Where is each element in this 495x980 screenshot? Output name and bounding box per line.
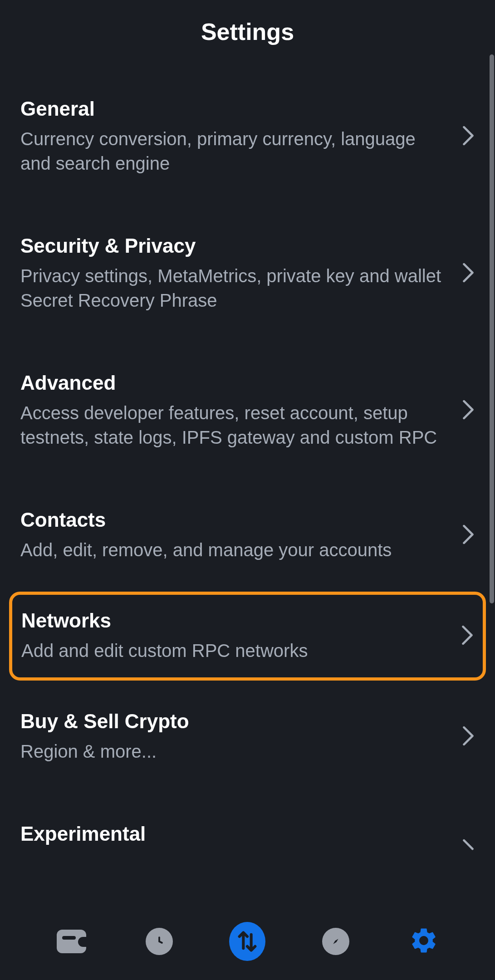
settings-item-title: Networks	[21, 609, 447, 632]
settings-item-desc: Currency conversion, primary currency, l…	[20, 127, 448, 176]
chevron-right-icon	[462, 524, 475, 546]
settings-item-text: Contacts Add, edit, remove, and manage y…	[20, 509, 462, 562]
settings-item-desc: Privacy settings, MetaMetrics, private k…	[20, 264, 448, 313]
page-header: Settings	[0, 0, 495, 77]
settings-item-title: General	[20, 98, 448, 120]
chevron-right-icon	[462, 400, 475, 421]
chevron-right-icon	[462, 726, 475, 748]
settings-item-networks[interactable]: Networks Add and edit custom RPC network…	[9, 592, 486, 681]
settings-item-contacts[interactable]: Contacts Add, edit, remove, and manage y…	[11, 488, 484, 583]
swap-icon	[229, 922, 265, 961]
settings-item-text: Networks Add and edit custom RPC network…	[21, 609, 461, 663]
nav-swap[interactable]	[229, 923, 265, 960]
settings-list: General Currency conversion, primary cur…	[0, 77, 495, 856]
bottom-nav	[0, 903, 495, 980]
nav-activity[interactable]	[141, 923, 177, 960]
nav-browser[interactable]	[318, 923, 354, 960]
settings-item-security-privacy[interactable]: Security & Privacy Privacy settings, Met…	[11, 214, 484, 333]
chevron-right-icon	[462, 263, 475, 284]
settings-item-text: Advanced Access developer features, rese…	[20, 372, 462, 450]
page-title: Settings	[0, 18, 495, 45]
nav-settings[interactable]	[406, 923, 442, 960]
settings-item-advanced[interactable]: Advanced Access developer features, rese…	[11, 351, 484, 470]
settings-item-desc: Add and edit custom RPC networks	[21, 638, 447, 663]
settings-item-text: Security & Privacy Privacy settings, Met…	[20, 235, 462, 313]
settings-item-title: Buy & Sell Crypto	[20, 710, 448, 733]
chevron-right-icon	[461, 625, 474, 647]
settings-item-general[interactable]: General Currency conversion, primary cur…	[11, 77, 484, 196]
svg-marker-0	[333, 939, 338, 944]
wallet-icon	[57, 930, 86, 953]
settings-item-desc: Add, edit, remove, and manage your accou…	[20, 538, 448, 562]
settings-item-title: Experimental	[20, 823, 448, 845]
settings-item-text: General Currency conversion, primary cur…	[20, 98, 462, 176]
compass-icon	[322, 928, 349, 955]
settings-item-experimental[interactable]: Experimental	[11, 802, 484, 856]
settings-item-desc: Access developer features, reset account…	[20, 401, 448, 450]
settings-item-text: Experimental	[20, 823, 462, 852]
settings-item-title: Contacts	[20, 509, 448, 531]
gear-icon	[409, 926, 439, 957]
settings-item-buy-sell-crypto[interactable]: Buy & Sell Crypto Region & more...	[11, 690, 484, 784]
clock-icon	[146, 928, 173, 955]
scrollbar[interactable]	[490, 54, 494, 603]
chevron-right-icon	[462, 839, 475, 856]
settings-item-title: Advanced	[20, 372, 448, 394]
chevron-right-icon	[462, 126, 475, 147]
settings-item-desc: Region & more...	[20, 739, 448, 764]
nav-wallet[interactable]	[53, 923, 89, 960]
settings-item-title: Security & Privacy	[20, 235, 448, 257]
settings-item-text: Buy & Sell Crypto Region & more...	[20, 710, 462, 764]
